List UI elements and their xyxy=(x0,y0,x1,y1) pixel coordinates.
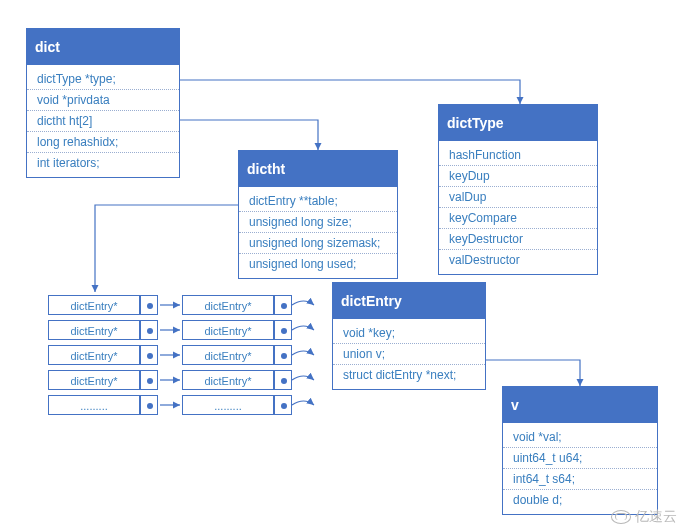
entry-bucket-connector xyxy=(140,370,158,390)
entry-bucket-connector xyxy=(140,395,158,415)
entry-bucket-row: dictEntry* xyxy=(48,345,158,365)
field: int64_t s64; xyxy=(503,469,657,490)
watermark-text: 亿速云 xyxy=(635,508,677,526)
field: unsigned long size; xyxy=(239,212,397,233)
entry-bucket-connector xyxy=(140,320,158,340)
watermark: 亿速云 xyxy=(611,508,677,526)
entry-chain-connector xyxy=(274,345,292,365)
entry-chain-connector xyxy=(274,295,292,315)
struct-dictType-title: dictType xyxy=(439,105,597,141)
field: hashFunction xyxy=(439,145,597,166)
entry-chain-label: dictEntry* xyxy=(182,320,274,340)
entry-bucket-label: ......... xyxy=(48,395,140,415)
watermark-logo-icon xyxy=(611,510,631,524)
entry-chain-connector xyxy=(274,395,292,415)
entry-bucket-label: dictEntry* xyxy=(48,295,140,315)
entry-bucket-row: ......... xyxy=(48,395,158,415)
struct-dictht-title: dictht xyxy=(239,151,397,187)
struct-v-title: v xyxy=(503,387,657,423)
entry-bucket-row: dictEntry* xyxy=(48,295,158,315)
entry-chain-row: ......... xyxy=(182,395,292,415)
field: struct dictEntry *next; xyxy=(333,365,485,385)
entry-chain-row: dictEntry* xyxy=(182,295,292,315)
field: void *privdata xyxy=(27,90,179,111)
field: valDestructor xyxy=(439,250,597,270)
field: void *val; xyxy=(503,427,657,448)
field: dictEntry **table; xyxy=(239,191,397,212)
entry-bucket-label: dictEntry* xyxy=(48,370,140,390)
entry-chain-connector xyxy=(274,320,292,340)
entry-chain-label: ......... xyxy=(182,395,274,415)
entry-bucket-connector xyxy=(140,295,158,315)
field: void *key; xyxy=(333,323,485,344)
field: uint64_t u64; xyxy=(503,448,657,469)
entry-bucket-label: dictEntry* xyxy=(48,345,140,365)
entry-bucket-row: dictEntry* xyxy=(48,320,158,340)
field: double d; xyxy=(503,490,657,510)
field: keyCompare xyxy=(439,208,597,229)
struct-dictht: dictht dictEntry **table; unsigned long … xyxy=(238,150,398,279)
field: unsigned long sizemask; xyxy=(239,233,397,254)
entry-bucket-connector xyxy=(140,345,158,365)
field: unsigned long used; xyxy=(239,254,397,274)
struct-v: v void *val; uint64_t u64; int64_t s64; … xyxy=(502,386,658,515)
field: valDup xyxy=(439,187,597,208)
struct-dictEntry-title: dictEntry xyxy=(333,283,485,319)
field: int iterators; xyxy=(27,153,179,173)
entry-chain-connector xyxy=(274,370,292,390)
field: union v; xyxy=(333,344,485,365)
field: dictht ht[2] xyxy=(27,111,179,132)
struct-dictEntry: dictEntry void *key; union v; struct dic… xyxy=(332,282,486,390)
field: dictType *type; xyxy=(27,69,179,90)
entry-bucket-label: dictEntry* xyxy=(48,320,140,340)
struct-dict: dict dictType *type; void *privdata dict… xyxy=(26,28,180,178)
entry-chain-label: dictEntry* xyxy=(182,345,274,365)
entry-bucket-row: dictEntry* xyxy=(48,370,158,390)
field: keyDestructor xyxy=(439,229,597,250)
entry-chain-label: dictEntry* xyxy=(182,295,274,315)
entry-chain-label: dictEntry* xyxy=(182,370,274,390)
struct-dict-title: dict xyxy=(27,29,179,65)
entry-chain-row: dictEntry* xyxy=(182,320,292,340)
struct-dictType: dictType hashFunction keyDup valDup keyC… xyxy=(438,104,598,275)
field: long rehashidx; xyxy=(27,132,179,153)
field: keyDup xyxy=(439,166,597,187)
entry-chain-row: dictEntry* xyxy=(182,370,292,390)
entry-chain-row: dictEntry* xyxy=(182,345,292,365)
